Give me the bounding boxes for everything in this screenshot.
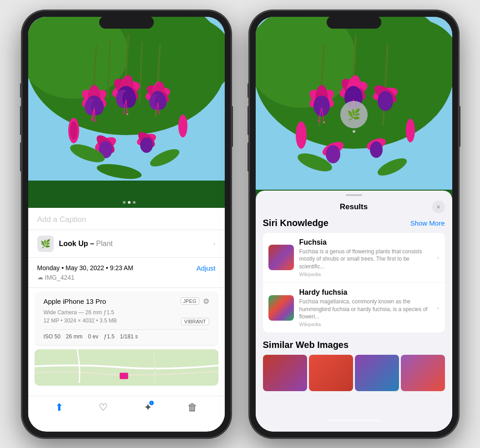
svg-point-54 [123, 201, 126, 204]
right-home-indicator [327, 419, 381, 422]
siri-visual-lookup-button[interactable]: 🌿 [340, 101, 368, 128]
volume-down-button[interactable] [20, 142, 22, 171]
svg-point-38 [155, 94, 167, 110]
sheet-content: Siri Knowledge Show More Fuchsia Fuchsia… [256, 218, 452, 392]
resolution-text: 12 MP • 3024 × 4032 • 3.5 MB [44, 317, 117, 324]
svg-point-79 [318, 120, 319, 122]
right-volume-down-button[interactable] [248, 142, 249, 171]
chevron-right-icon: › [213, 240, 216, 247]
svg-point-76 [378, 91, 393, 111]
similar-title: Similar Web Images [263, 340, 445, 350]
left-phone-screen: Add a Caption 🌿 Look Up – Plant › Monday… [28, 17, 225, 432]
svg-point-56 [133, 201, 136, 204]
sheet-header: Results × [256, 196, 452, 218]
svg-point-31 [126, 113, 128, 115]
svg-rect-53 [28, 181, 225, 208]
svg-point-30 [123, 112, 125, 114]
caption-area[interactable]: Add a Caption [28, 208, 225, 230]
ev-spec: 0 ev [88, 333, 99, 340]
info-button[interactable]: ✦ i [144, 402, 152, 413]
siri-knowledge-header: Siri Knowledge Show More [263, 218, 445, 228]
similar-image-4[interactable] [401, 355, 445, 391]
lookup-icon: 🌿 [37, 236, 54, 252]
svg-point-55 [128, 201, 131, 204]
home-indicator [99, 419, 154, 422]
right-mute-button[interactable] [248, 83, 249, 98]
adjust-button[interactable]: Adjust [197, 264, 216, 272]
camera-specs-section: Apple iPhone 13 Pro JPEG ⚙ Wide Camera —… [35, 292, 218, 346]
lookup-label: Look Up – Plant [59, 240, 113, 248]
similar-images-grid [263, 355, 445, 391]
volume-up-button[interactable] [20, 106, 22, 135]
svg-point-86 [370, 141, 383, 158]
filename: IMG_4241 [45, 274, 75, 281]
hardy-thumbnail [268, 295, 294, 321]
jpeg-badge: JPEG [181, 297, 199, 305]
svg-point-48 [70, 121, 77, 140]
caption-placeholder: Add a Caption [37, 215, 86, 224]
fuchsia-description: Fuchsia is a genus of flowering plants t… [299, 248, 432, 271]
similar-image-1[interactable] [263, 355, 307, 391]
svg-point-69 [313, 96, 330, 116]
similar-image-3[interactable] [355, 355, 399, 391]
focal-spec: 26 mm [66, 333, 83, 340]
svg-point-27 [122, 90, 136, 108]
svg-point-19 [91, 119, 93, 121]
close-button[interactable]: × [432, 201, 445, 213]
svg-point-46 [140, 137, 153, 153]
hardy-fuchsia-item[interactable]: Hardy fuchsia Fuchsia magellanica, commo… [263, 283, 445, 332]
svg-point-80 [323, 121, 325, 123]
lookup-row[interactable]: 🌿 Look Up – Plant › [28, 230, 225, 258]
svg-rect-58 [120, 372, 128, 379]
flower-photo [28, 17, 225, 208]
fuchsia-thumbnail [268, 245, 294, 270]
fuchsia-name: Fuchsia [299, 238, 432, 247]
vibrant-badge: VIBRANT [181, 318, 209, 325]
fuchsia-chevron-icon: › [437, 254, 440, 261]
left-phone: Add a Caption 🌿 Look Up – Plant › Monday… [22, 10, 231, 438]
similar-images-section: Similar Web Images [263, 340, 445, 391]
svg-point-20 [95, 120, 96, 122]
wide-camera-text: Wide Camera — 26 mm ƒ1.5 [44, 309, 209, 316]
right-power-button[interactable] [459, 106, 460, 147]
show-more-button[interactable]: Show More [410, 219, 445, 227]
svg-point-87 [296, 121, 307, 149]
delete-button[interactable]: 🗑 [187, 402, 197, 413]
cloud-icon: ☁ [37, 274, 43, 281]
mute-button[interactable] [20, 83, 22, 98]
share-button[interactable]: ⬆ [55, 402, 63, 413]
iso-spec: ISO 50 [44, 333, 61, 340]
camera-settings-icon[interactable]: ⚙ [203, 297, 209, 306]
shutter-spec: 1/181 s [120, 333, 138, 340]
right-phone-screen: 🌿 Results × Siri Knowledge Show More [256, 17, 452, 432]
results-title: Results [340, 202, 368, 211]
fuchsia-source: Wikipedia [299, 272, 432, 277]
power-button[interactable] [231, 106, 233, 147]
bottom-toolbar: ⬆ ♡ ✦ i 🗑 [28, 396, 225, 418]
svg-point-49 [178, 115, 187, 137]
date-text: Monday • May 30, 2022 • 9:23 AM [37, 264, 133, 272]
knowledge-card: Fuchsia Fuchsia is a genus of flowering … [263, 233, 445, 333]
hardy-chevron-icon: › [437, 304, 440, 312]
favorite-button[interactable]: ♡ [99, 402, 108, 413]
svg-point-84 [326, 145, 340, 163]
hardy-name: Hardy fuchsia [299, 288, 432, 297]
photo-info-section: Monday • May 30, 2022 • 9:23 AM Adjust ☁… [28, 258, 225, 288]
hardy-description: Fuchsia magellanica, commonly known as t… [299, 298, 432, 321]
results-sheet: Results × Siri Knowledge Show More [256, 191, 452, 432]
svg-point-88 [406, 119, 415, 142]
fuchsia-item[interactable]: Fuchsia Fuchsia is a genus of flowering … [263, 233, 445, 283]
hardy-source: Wikipedia [299, 322, 432, 327]
camera-name: Apple iPhone 13 Pro [44, 297, 106, 305]
right-volume-up-button[interactable] [248, 106, 249, 135]
similar-image-2[interactable] [309, 355, 353, 391]
map-area[interactable] [35, 349, 218, 386]
siri-knowledge-title: Siri Knowledge [263, 218, 328, 228]
right-phone: 🌿 Results × Siri Knowledge Show More [249, 10, 459, 438]
aperture-spec: ƒ1.5 [104, 333, 114, 340]
